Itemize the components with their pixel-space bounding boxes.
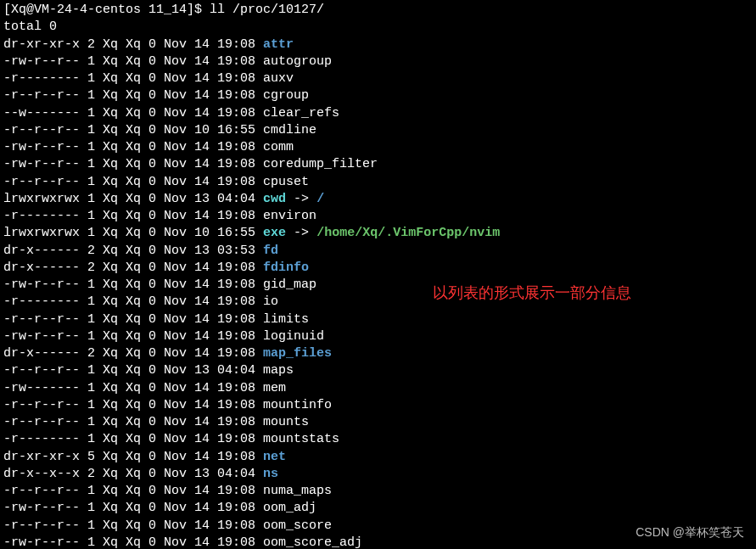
file-listing: dr-xr-xr-x 2 Xq Xq 0 Nov 14 19:08 attr-r…: [3, 36, 753, 550]
list-item: -rw-r--r-- 1 Xq Xq 0 Nov 14 19:08 oom_ad…: [3, 500, 753, 517]
list-item: -r-------- 1 Xq Xq 0 Nov 14 19:08 io: [3, 294, 753, 311]
list-item: -rw-r--r-- 1 Xq Xq 0 Nov 14 19:08 coredu…: [3, 156, 753, 173]
list-item: dr-x------ 2 Xq Xq 0 Nov 14 19:08 map_fi…: [3, 345, 753, 362]
list-item: -rw------- 1 Xq Xq 0 Nov 14 19:08 mem: [3, 380, 753, 397]
list-item: -r--r--r-- 1 Xq Xq 0 Nov 10 16:55 cmdlin…: [3, 122, 753, 139]
list-item: dr-xr-xr-x 5 Xq Xq 0 Nov 14 19:08 net: [3, 449, 753, 466]
list-item: -r--r--r-- 1 Xq Xq 0 Nov 14 19:08 mounti…: [3, 397, 753, 414]
list-item: dr-x------ 2 Xq Xq 0 Nov 13 03:53 fd: [3, 243, 753, 260]
list-item: -r--r--r-- 1 Xq Xq 0 Nov 14 19:08 mounts: [3, 414, 753, 431]
list-item: --w------- 1 Xq Xq 0 Nov 14 19:08 clear_…: [3, 105, 753, 122]
list-item: dr-x------ 2 Xq Xq 0 Nov 14 19:08 fdinfo: [3, 260, 753, 277]
list-item: lrwxrwxrwx 1 Xq Xq 0 Nov 13 04:04 cwd ->…: [3, 191, 753, 208]
list-item: -r--r--r-- 1 Xq Xq 0 Nov 13 04:04 maps: [3, 362, 753, 379]
list-item: -r-------- 1 Xq Xq 0 Nov 14 19:08 enviro…: [3, 208, 753, 225]
list-item: -r-------- 1 Xq Xq 0 Nov 14 19:08 auxv: [3, 70, 753, 87]
list-item: -rw-r--r-- 1 Xq Xq 0 Nov 14 19:08 gid_ma…: [3, 277, 753, 294]
list-item: -r--r--r-- 1 Xq Xq 0 Nov 14 19:08 numa_m…: [3, 483, 753, 500]
terminal-output: [Xq@VM-24-4-centos 11_14]$ ll /proc/1012…: [3, 2, 753, 549]
list-item: -r--r--r-- 1 Xq Xq 0 Nov 14 19:08 limits: [3, 311, 753, 328]
list-item: -rw-r--r-- 1 Xq Xq 0 Nov 14 19:08 loginu…: [3, 328, 753, 345]
list-item: dr-xr-xr-x 2 Xq Xq 0 Nov 14 19:08 attr: [3, 36, 753, 53]
total-line: total 0: [3, 19, 753, 36]
prompt-line[interactable]: [Xq@VM-24-4-centos 11_14]$ ll /proc/1012…: [3, 2, 753, 19]
list-item: -r-------- 1 Xq Xq 0 Nov 14 19:08 mounts…: [3, 431, 753, 448]
list-item: -r--r--r-- 1 Xq Xq 0 Nov 14 19:08 cpuset: [3, 174, 753, 191]
list-item: -r--r--r-- 1 Xq Xq 0 Nov 14 19:08 cgroup: [3, 87, 753, 104]
annotation-text: 以列表的形式展示一部分信息: [433, 283, 631, 303]
watermark-text: CSDN @举杯笑苍天: [636, 524, 744, 541]
list-item: -rw-r--r-- 1 Xq Xq 0 Nov 14 19:08 comm: [3, 139, 753, 156]
list-item: dr-x--x--x 2 Xq Xq 0 Nov 13 04:04 ns: [3, 466, 753, 483]
list-item: -rw-r--r-- 1 Xq Xq 0 Nov 14 19:08 autogr…: [3, 53, 753, 70]
list-item: lrwxrwxrwx 1 Xq Xq 0 Nov 10 16:55 exe ->…: [3, 225, 753, 242]
